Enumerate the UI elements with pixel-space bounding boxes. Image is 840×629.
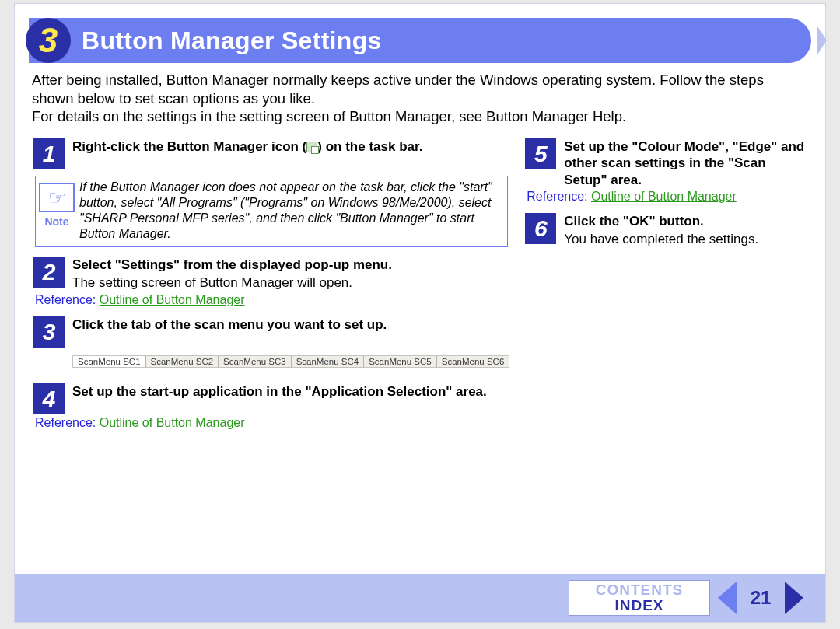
step-heading: Right-click the Button Manager icon () o… (72, 139, 422, 154)
step-number-badge: 4 (33, 383, 65, 414)
chapter-number-badge: 3 (26, 18, 71, 63)
step-heading: Click the tab of the scan menu you want … (72, 316, 509, 333)
step-number-badge: 6 (525, 213, 556, 244)
step-number-badge: 3 (33, 316, 65, 348)
intro-text: After being installed, Button Manager no… (32, 71, 808, 126)
prev-page-arrow-icon[interactable] (718, 582, 737, 614)
chapter-titlebar: 3 Button Manager Settings (29, 18, 811, 63)
intro-paragraph: For details on the settings in the setti… (32, 107, 808, 126)
step-heading: Click the "OK" button. (564, 213, 811, 229)
page: 3 Button Manager Settings After being in… (14, 3, 826, 623)
scan-menu-tab[interactable]: ScanMenu SC1 (73, 356, 146, 367)
scan-menu-tab[interactable]: ScanMenu SC6 (437, 356, 509, 367)
reference-line: Reference: Outline of Button Manager (527, 190, 811, 204)
step-6: 6 Click the "OK" button. You have comple… (525, 213, 811, 248)
reference-label: Reference: (527, 190, 587, 203)
note-label: Note (44, 215, 68, 228)
step-2: 2 Select "Settings" from the displayed p… (33, 257, 509, 292)
step-number-badge: 1 (33, 138, 65, 169)
note-text: If the Button Manager icon does not appe… (79, 180, 502, 242)
intro-paragraph: After being installed, Button Manager no… (32, 71, 808, 107)
next-page-arrow-icon[interactable] (785, 582, 803, 614)
reference-link[interactable]: Outline of Button Manager (100, 416, 245, 429)
reference-link[interactable]: Outline of Button Manager (591, 190, 737, 203)
step-description: The setting screen of Button Manager wil… (72, 274, 509, 291)
nav-link-box: CONTENTS INDEX (569, 580, 710, 616)
scan-menu-tab[interactable]: ScanMenu SC3 (219, 356, 292, 367)
scan-menu-tab[interactable]: ScanMenu SC4 (292, 356, 365, 367)
pointing-hand-icon: ☞ (39, 183, 75, 212)
scan-menu-tab[interactable]: ScanMenu SC5 (364, 356, 437, 367)
footer-bar: CONTENTS INDEX 21 (15, 574, 825, 622)
reference-line: Reference: Outline of Button Manager (35, 416, 509, 430)
index-link[interactable]: INDEX (614, 598, 663, 613)
note-callout: ☞ Note If the Button Manager icon does n… (35, 176, 508, 247)
step-5: 5 Set up the "Colour Mode", "Edge" and o… (525, 138, 811, 188)
reference-label: Reference: (35, 293, 96, 306)
step-1: 1 Right-click the Button Manager icon ()… (33, 138, 509, 169)
step-number-badge: 2 (33, 257, 65, 288)
step-heading: Set up the "Colour Mode", "Edge" and oth… (564, 138, 811, 188)
scan-menu-tabstrip: ScanMenu SC1 ScanMenu SC2 ScanMenu SC3 S… (72, 355, 509, 368)
steps-right-column: 5 Set up the "Colour Mode", "Edge" and o… (525, 134, 811, 439)
step-description: You have completed the settings. (564, 231, 811, 247)
step-heading: Set up the start-up application in the "… (72, 383, 509, 400)
reference-label: Reference: (35, 416, 96, 429)
step-3: 3 Click the tab of the scan menu you wan… (33, 316, 509, 348)
steps-container: 1 Right-click the Button Manager icon ()… (33, 134, 811, 439)
page-number: 21 (747, 587, 774, 609)
contents-link[interactable]: CONTENTS (596, 582, 684, 598)
step-number-badge: 5 (525, 138, 556, 169)
reference-link[interactable]: Outline of Button Manager (100, 293, 245, 306)
scan-menu-tab[interactable]: ScanMenu SC2 (146, 356, 219, 367)
step-4: 4 Set up the start-up application in the… (33, 383, 509, 414)
button-manager-icon (306, 142, 317, 152)
step-heading: Select "Settings" from the displayed pop… (72, 257, 509, 273)
steps-left-column: 1 Right-click the Button Manager icon ()… (33, 134, 509, 439)
chapter-title: Button Manager Settings (82, 26, 382, 55)
titlebar-arrow-icon (817, 26, 827, 54)
reference-line: Reference: Outline of Button Manager (35, 293, 509, 307)
